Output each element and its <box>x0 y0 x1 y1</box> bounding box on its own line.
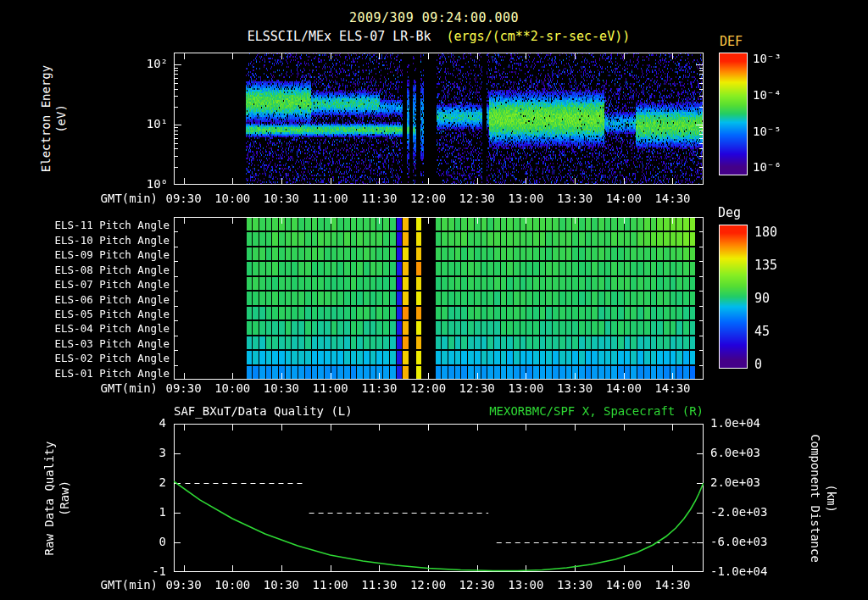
def-colorbar-title: DEF <box>720 34 743 49</box>
time-tick-label: 13:30 <box>557 578 593 592</box>
deg-tick-label: 0 <box>754 357 762 372</box>
time-tick-label: 12:00 <box>410 578 446 592</box>
quality-tick-label: -1 <box>127 564 166 578</box>
pitch-row-label: ELS-05 Pitch Angle <box>49 308 170 320</box>
time-tick-label: 13:30 <box>557 192 593 205</box>
time-tick-label: 09:30 <box>165 578 201 592</box>
distance-tick-label: 2.0e+03 <box>710 475 760 489</box>
time-tick-label: 13:00 <box>508 381 543 395</box>
time-tick-label: 10:00 <box>214 381 250 395</box>
distance-tick-label: -1.0e+04 <box>710 564 767 578</box>
deg-tick-label: 180 <box>754 225 777 240</box>
deg-tick-label: 90 <box>754 291 770 306</box>
quality-tick-label: 3 <box>127 446 166 459</box>
energy-spectrogram-canvas <box>174 53 704 185</box>
page-title: 2009/309 09:24:00.000 <box>0 10 868 25</box>
time-tick-label: 14:00 <box>606 192 642 205</box>
quality-tick-label: 0 <box>127 535 166 548</box>
distance-axis-unit: (km) <box>825 484 838 513</box>
pitch-row-label: ELS-04 Pitch Angle <box>49 322 170 335</box>
pitch-row-label: ELS-01 Pitch Angle <box>49 367 170 380</box>
time-tick-label: 12:30 <box>459 381 495 395</box>
time-tick-label: 11:00 <box>313 578 348 592</box>
gmt-axis-label: GMT(min) <box>47 578 158 592</box>
def-colorbar-canvas <box>719 53 748 175</box>
time-tick-label: 14:00 <box>606 578 642 592</box>
pitch-row-label: ELS-09 Pitch Angle <box>49 248 170 261</box>
time-tick-label: 14:30 <box>654 192 690 205</box>
time-tick-label: 14:30 <box>654 578 690 592</box>
time-tick-label: 13:30 <box>557 381 593 395</box>
distance-tick-label: -6.0e+03 <box>710 535 767 548</box>
quality-tick-label: 4 <box>127 416 166 430</box>
science-plot-screen: 2009/309 09:24:00.000 ELSSCIL/MEx ELS-07… <box>0 0 868 600</box>
energy-tick-label: 10⁰ <box>127 177 168 191</box>
time-tick-label: 13:00 <box>508 192 543 205</box>
pitch-row-label: ELS-02 Pitch Angle <box>49 352 170 364</box>
time-tick-label: 12:30 <box>459 192 495 205</box>
deg-tick-label: 45 <box>754 324 770 339</box>
quality-series-title: SAF_BXuT/Data Quality (L) <box>174 404 353 418</box>
energy-axis-unit: (eV) <box>54 104 68 133</box>
distance-axis-label: Component Distance <box>809 434 822 563</box>
distance-tick-label: 6.0e+03 <box>710 446 760 459</box>
quality-distance-canvas <box>174 424 704 572</box>
quality-tick-label: 2 <box>127 475 166 489</box>
pitch-row-label: ELS-10 Pitch Angle <box>49 234 170 247</box>
gmt-axis-label: GMT(min) <box>47 192 158 205</box>
time-tick-label: 12:30 <box>459 578 495 592</box>
time-tick-label: 11:30 <box>361 578 397 592</box>
time-tick-label: 11:00 <box>313 192 348 205</box>
pitch-row-label: ELS-03 Pitch Angle <box>49 337 170 350</box>
time-tick-label: 10:00 <box>214 192 250 205</box>
distance-tick-label: -2.0e+03 <box>710 505 767 519</box>
distance-series-title: MEXORBMC/SPF X, Spacecraft (R) <box>489 404 704 418</box>
distance-tick-label: 1.0e+04 <box>710 416 760 430</box>
time-tick-label: 12:00 <box>410 381 446 395</box>
units-label: (ergs/(cm**2-sr-sec-eV)) <box>447 29 631 44</box>
gmt-axis-label: GMT(min) <box>47 381 158 395</box>
quality-axis-unit: (Raw) <box>58 481 71 516</box>
time-tick-label: 13:00 <box>508 578 543 592</box>
time-tick-label: 14:30 <box>654 381 690 395</box>
energy-axis-label: Electron Energy <box>39 65 53 172</box>
quality-tick-label: 1 <box>127 505 166 519</box>
time-tick-label: 09:30 <box>165 381 201 395</box>
deg-colorbar-title: Deg <box>718 205 741 220</box>
instrument-label: ELSSCIL/MEx ELS-07 LR-Bk <box>248 29 431 44</box>
time-tick-label: 10:30 <box>264 381 299 395</box>
time-tick-label: 10:30 <box>264 192 299 205</box>
pitch-row-label: ELS-06 Pitch Angle <box>49 293 170 306</box>
deg-tick-label: 135 <box>754 258 777 273</box>
time-tick-label: 11:30 <box>361 192 397 205</box>
pitch-row-label: ELS-08 Pitch Angle <box>49 264 170 276</box>
energy-tick-label: 10² <box>127 57 168 70</box>
time-tick-label: 14:00 <box>606 381 642 395</box>
def-tick-label: 10⁻³ <box>753 52 782 65</box>
time-tick-label: 09:30 <box>165 192 201 205</box>
def-tick-label: 10⁻⁶ <box>753 160 782 174</box>
time-tick-label: 10:00 <box>214 578 250 592</box>
plot-subtitle: ELSSCIL/MEx ELS-07 LR-Bk (ergs/(cm**2-sr… <box>174 29 704 44</box>
time-tick-label: 10:30 <box>264 578 299 592</box>
time-tick-label: 12:00 <box>410 192 446 205</box>
def-tick-label: 10⁻⁴ <box>753 88 782 102</box>
time-tick-label: 11:30 <box>361 381 397 395</box>
energy-tick-label: 10¹ <box>127 117 168 131</box>
panel3-titles: SAF_BXuT/Data Quality (L) MEXORBMC/SPF X… <box>174 404 704 418</box>
deg-colorbar-canvas <box>719 225 748 369</box>
pitch-row-label: ELS-11 Pitch Angle <box>49 219 170 231</box>
quality-axis-label: Raw Data Quality <box>42 442 56 556</box>
pitch-row-label: ELS-07 Pitch Angle <box>49 278 170 291</box>
time-tick-label: 11:00 <box>313 381 348 395</box>
pitch-angle-canvas <box>174 217 704 380</box>
def-tick-label: 10⁻⁵ <box>753 125 782 138</box>
